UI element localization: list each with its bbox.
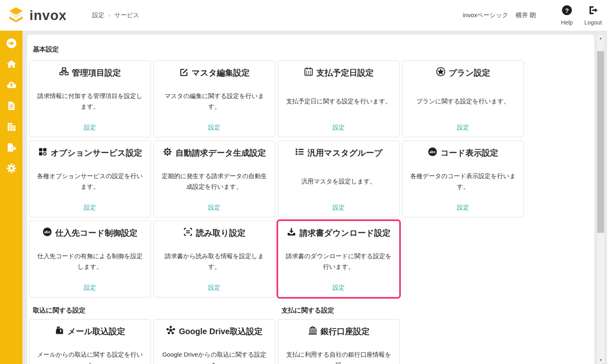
logout-button[interactable]: Logout — [581, 5, 605, 26]
svg-text:abc: abc — [429, 150, 436, 154]
sitemap-icon — [59, 67, 69, 78]
logout-icon — [588, 5, 598, 17]
calendar-icon — [304, 67, 313, 78]
section-heading-basic: 基本設定 — [33, 45, 594, 54]
abc-circle-icon: abc — [43, 227, 52, 239]
settings-link[interactable]: 設定 — [208, 124, 220, 132]
card-master-edit: マスタ編集設定 マスタの編集に関する設定を行います。 設定 — [153, 60, 275, 137]
card-code-display: abc コード表示設定 各種データのコード表示設定を行います。 設定 — [402, 141, 524, 217]
card-description: マスタの編集に関する設定を行います。 — [154, 91, 275, 112]
help-icon: ? — [562, 5, 572, 17]
card-title: 汎用マスタグループ — [295, 147, 382, 159]
card-title: メール取込設定 — [55, 326, 125, 337]
breadcrumb-settings[interactable]: 設定 — [92, 11, 104, 19]
card-plan: プラン設定 プランに関する設定を行います。 設定 — [402, 60, 524, 137]
settings-link[interactable]: 設定 — [84, 284, 96, 292]
cloud-upload-icon[interactable] — [6, 80, 17, 90]
buildings-icon[interactable] — [6, 121, 17, 132]
card-description: 各種オプションサービスの設定を行います。 — [29, 171, 151, 192]
section-heading-payment: 支払に関する設定 — [281, 306, 524, 315]
svg-text:?: ? — [565, 7, 569, 14]
card-title: 支払予定日設定 — [304, 67, 374, 78]
settings-link[interactable]: 設定 — [333, 124, 345, 132]
card-title: abc コード表示設定 — [428, 147, 498, 159]
edit-icon — [179, 67, 189, 78]
settings-link[interactable]: 設定 — [84, 124, 96, 132]
card-supplier-code: abc 仕入先コード制御設定 仕入先コードの有無による制御を設定します。 設定 — [29, 221, 151, 297]
breadcrumb-separator-icon: › — [108, 12, 110, 18]
scroll-up-icon[interactable]: ▲ — [597, 35, 604, 42]
download-icon — [287, 227, 296, 239]
bank-icon — [308, 326, 317, 337]
scroll-down-icon[interactable]: ▼ — [597, 357, 604, 364]
settings-card-grid: 管理項目設定 請求情報に付加する管理項目を設定します。 設定 マスタ編集設定 マ… — [29, 60, 594, 364]
help-button[interactable]: ? Help — [555, 5, 579, 26]
drive-hub-icon — [166, 326, 175, 337]
document-icon[interactable] — [6, 100, 17, 111]
gear-play-icon — [163, 147, 172, 159]
settings-page: 基本設定 管理項目設定 請求情報に付加する管理項目を設定します。 設定 — [27, 35, 594, 364]
card-description: 汎用マスタを設定します。 — [278, 176, 399, 187]
settings-link[interactable]: 設定 — [457, 124, 469, 132]
help-label: Help — [561, 19, 573, 26]
card-title: 銀行口座設定 — [308, 326, 370, 337]
user-name: 横井 朗 — [516, 11, 536, 19]
card-title: 自動請求データ生成設定 — [163, 147, 266, 159]
card-bank-account: 銀行口座設定 支払に利用する自社の銀行口座情報を設 設定 — [278, 319, 400, 364]
card-ocr: 読み取り設定 請求書から読み取る情報を設定します。 設定 — [153, 221, 275, 297]
card-description: 定期的に発生する請求データの自動生成設定を行います。 — [154, 171, 275, 192]
settings-link[interactable]: 設定 — [84, 204, 96, 212]
grid-plus-icon — [38, 147, 47, 159]
card-title: 管理項目設定 — [59, 67, 121, 78]
star-circle-icon — [436, 67, 445, 78]
card-description: 支払予定日に関する設定を行います。 — [278, 96, 399, 107]
list-icon — [295, 147, 304, 159]
card-payment-date: 支払予定日設定 支払予定日に関する設定を行います。 設定 — [278, 60, 400, 137]
invox-logo-icon — [7, 6, 25, 25]
settings-link[interactable]: 設定 — [457, 204, 469, 212]
settings-link[interactable]: 設定 — [208, 284, 220, 292]
account-info: invoxベーシック 横井 朗 — [463, 11, 536, 19]
settings-link[interactable]: 設定 — [333, 204, 345, 212]
card-title: 読み取り設定 — [183, 227, 245, 239]
card-title: Google Drive取込設定 — [166, 326, 262, 337]
home-icon[interactable] — [6, 59, 17, 69]
card-description: 請求書から読み取る情報を設定します。 — [154, 251, 275, 272]
breadcrumb: 設定 › サービス — [92, 11, 139, 19]
card-title: 請求書ダウンロード設定 — [287, 227, 390, 239]
card-option-service: オプションサービス設定 各種オプションサービスの設定を行います。 設定 — [29, 141, 151, 217]
gear-icon[interactable] — [6, 163, 17, 174]
arrow-circle-right-icon[interactable] — [6, 38, 17, 49]
card-kanri-koumoku: 管理項目設定 請求情報に付加する管理項目を設定します。 設定 — [29, 60, 151, 137]
card-title: プラン設定 — [436, 67, 490, 78]
card-description: プランに関する設定を行います。 — [402, 96, 524, 107]
svg-text:abc: abc — [44, 230, 50, 234]
file-export-icon[interactable] — [6, 142, 17, 153]
card-google-drive-import: Google Drive取込設定 Google Driveからの取込に関する設定… — [153, 319, 275, 364]
card-title: オプションサービス設定 — [38, 147, 142, 159]
abc-circle-icon: abc — [428, 147, 437, 159]
scrollbar-thumb[interactable] — [597, 51, 604, 233]
card-title: マスタ編集設定 — [179, 67, 250, 78]
app-header: invox 設定 › サービス invoxベーシック 横井 朗 ? Help — [0, 0, 607, 31]
invox-logo[interactable]: invox — [7, 6, 67, 25]
plan-name: invoxベーシック — [463, 11, 508, 19]
settings-link[interactable]: 設定 — [208, 204, 220, 212]
sidebar-nav — [0, 31, 22, 364]
card-description: 支払に利用する自社の銀行口座情報を設 — [278, 349, 399, 364]
settings-link[interactable]: 設定 — [333, 284, 345, 292]
card-description: 請求情報に付加する管理項目を設定します。 — [29, 91, 151, 112]
card-mail-import: メール取込設定 メールからの取込に関する設定を行いま 設定 — [29, 319, 151, 364]
card-description: メールからの取込に関する設定を行いま — [29, 349, 151, 364]
logo-wordmark: invox — [29, 8, 67, 23]
card-description: Google Driveからの取込に関する設定を — [154, 349, 275, 364]
card-invoice-download: 請求書ダウンロード設定 請求書のダウンロードに関する設定を行います。 設定 — [277, 219, 401, 299]
card-title: abc 仕入先コード制御設定 — [43, 227, 137, 239]
mailbox-icon — [55, 326, 64, 337]
breadcrumb-service: サービス — [115, 11, 139, 19]
card-description: 仕入先コードの有無による制御を設定します。 — [29, 251, 151, 272]
vertical-scrollbar[interactable]: ▲ ▼ — [597, 35, 604, 364]
section-heading-import: 取込に関する設定 — [33, 306, 275, 315]
card-auto-invoice: 自動請求データ生成設定 定期的に発生する請求データの自動生成設定を行います。 設… — [153, 141, 275, 217]
card-description: 各種データのコード表示設定を行います。 — [402, 171, 524, 192]
